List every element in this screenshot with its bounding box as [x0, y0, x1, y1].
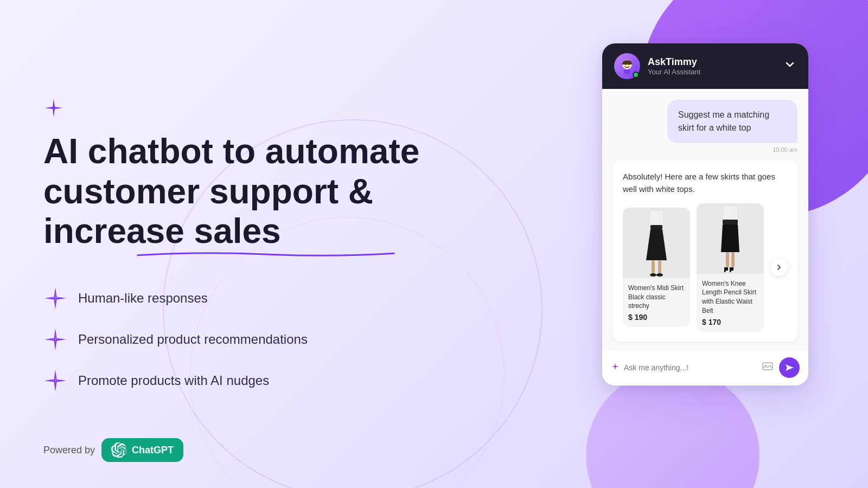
avatar-container: [614, 53, 640, 79]
svg-rect-14: [731, 252, 735, 267]
chatgpt-badge: ChatGPT: [101, 438, 183, 462]
chat-input-field[interactable]: [624, 363, 756, 372]
bot-response-text: Absolutely! Here are a few skirts that g…: [623, 170, 788, 196]
svg-rect-13: [726, 252, 729, 267]
image-upload-icon[interactable]: [762, 360, 774, 375]
svg-rect-8: [658, 260, 661, 274]
powered-by-section: Powered by ChatGPT: [43, 438, 183, 462]
chat-header: AskTimmy Your AI Assistant: [602, 43, 808, 89]
pencil-skirt-image: [714, 204, 746, 272]
feature-text-3: Promote products with AI nudges: [78, 373, 269, 388]
chat-header-info: AskTimmy Your AI Assistant: [648, 56, 700, 76]
powered-by-label: Powered by: [43, 445, 95, 456]
chat-header-left: AskTimmy Your AI Assistant: [614, 53, 700, 79]
send-icon: [784, 363, 794, 373]
product-image-2: [697, 203, 764, 274]
bot-response: Absolutely! Here are a few skirts that g…: [613, 160, 797, 342]
feature-text-1: Human-like responses: [78, 291, 208, 306]
star-icon-2: [43, 328, 67, 351]
products-row: Women's Midi Skirt Black classic strechy…: [623, 203, 788, 332]
chat-input-wrapper: [611, 362, 756, 373]
chatgpt-logo-icon: [111, 442, 126, 458]
chat-widget: AskTimmy Your AI Assistant Suggest me a …: [602, 43, 808, 386]
svg-rect-11: [723, 206, 738, 221]
svg-point-9: [650, 273, 656, 277]
send-button[interactable]: [779, 357, 800, 378]
chat-input-area: [602, 349, 808, 386]
product-info-1: Women's Midi Skirt Black classic strechy…: [623, 278, 690, 327]
chat-bot-subtitle: Your AI Assistant: [648, 68, 700, 76]
svg-rect-4: [624, 69, 630, 74]
online-indicator: [633, 72, 639, 78]
product-info-2: Women's Knee Length Pencil Skirt with El…: [697, 274, 764, 332]
star-icon-1: [43, 286, 67, 310]
product-name-1: Women's Midi Skirt Black classic strechy: [628, 284, 685, 311]
message-time: 10:00 am: [613, 146, 797, 153]
product-image-1: [623, 208, 690, 278]
product-name-2: Women's Knee Length Pencil Skirt with El…: [702, 279, 758, 316]
midi-skirt-image: [637, 209, 675, 277]
hero-sparkle-icon: [43, 98, 488, 123]
user-message-bubble: Suggest me a matching skirt for a white …: [667, 100, 797, 143]
svg-rect-6: [650, 225, 662, 229]
user-message-text: Suggest me a matching skirt for a white …: [678, 110, 769, 132]
input-star-icon: [611, 362, 620, 373]
feature-text-2: Personalized product recommendations: [78, 332, 308, 347]
hero-title-line1: AI chatbot to automate: [43, 132, 419, 171]
chevron-down-icon[interactable]: [783, 58, 796, 74]
bg-blob-bottom-right: [586, 369, 760, 488]
svg-rect-5: [649, 210, 663, 226]
features-list: Human-like responses Personalized produc…: [43, 286, 488, 393]
svg-point-10: [656, 273, 663, 277]
chatgpt-label: ChatGPT: [132, 445, 174, 456]
product-card-1[interactable]: Women's Midi Skirt Black classic strechy…: [623, 208, 690, 327]
svg-rect-12: [723, 220, 738, 224]
feature-item-1: Human-like responses: [43, 286, 488, 310]
feature-item-3: Promote products with AI nudges: [43, 369, 488, 393]
left-content: AI chatbot to automate customer support …: [43, 98, 488, 393]
svg-rect-7: [652, 260, 655, 274]
chat-bot-name: AskTimmy: [648, 56, 700, 68]
title-underline: [43, 251, 488, 258]
product-price-2: $ 170: [702, 318, 758, 326]
hero-title-line2: customer support & increase sales: [43, 172, 488, 252]
product-card-2[interactable]: Women's Knee Length Pencil Skirt with El…: [697, 203, 764, 332]
feature-item-2: Personalized product recommendations: [43, 328, 488, 351]
star-icon-3: [43, 369, 67, 393]
product-price-1: $ 190: [628, 313, 685, 322]
chat-body: Suggest me a matching skirt for a white …: [602, 89, 808, 349]
products-next-button[interactable]: [770, 259, 788, 276]
hero-title: AI chatbot to automate customer support …: [43, 132, 488, 252]
